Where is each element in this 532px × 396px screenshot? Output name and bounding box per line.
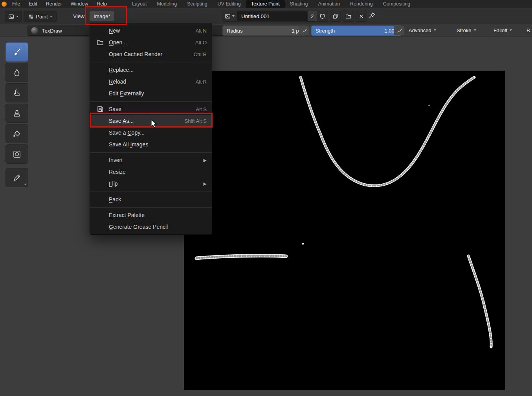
menu-item-flip[interactable]: Flip▶ [90,178,212,190]
fake-user-button[interactable] [317,11,328,22]
tool-draw[interactable] [6,42,28,62]
menu-item-reload[interactable]: ReloadAlt R [90,76,212,88]
strength-label: Strength [316,28,335,34]
menu-view[interactable]: View [69,11,88,21]
tool-settings-header: TexDraw Radius 1 px Strength 1.000 Advan… [0,24,532,36]
workspace-tab-rendering[interactable]: Rendering [345,0,378,8]
menu-item-label: Open Cached Render [109,51,162,57]
chevron-down-icon [232,15,235,17]
unlink-image-button[interactable] [356,11,367,22]
submenu-arrow-icon: ▶ [204,158,207,163]
image-datablock: Untitled.001 2 [222,11,367,21]
radius-label: Radius [227,28,242,34]
tool-smear[interactable] [6,83,28,102]
menu-item-label: Invert [109,157,123,163]
menu-item-extract-palette[interactable]: Extract Palette [90,209,212,221]
strength-slider[interactable]: Strength 1.000 [311,26,402,36]
menu-item-label: Open... [109,39,127,46]
menu-separator [90,60,212,64]
image-canvas[interactable] [184,71,505,390]
falloff-popover[interactable]: Falloff [493,26,512,34]
workspace-tab-modeling[interactable]: Modeling [152,0,182,8]
pressure-icon [301,28,307,34]
image-name-field[interactable]: Untitled.001 [237,11,307,22]
users-count-button[interactable]: 2 [307,11,317,22]
clipped-label: B [526,27,530,33]
advanced-popover[interactable]: Advanced [409,26,436,34]
menu-item-label: Pack [109,196,121,203]
folder-icon [345,13,351,19]
topbar-menu-help[interactable]: Help [92,0,111,8]
pin-button[interactable] [369,12,376,20]
tool-fill[interactable] [6,124,28,143]
image-icon [225,13,231,19]
menu-item-invert[interactable]: Invert▶ [90,154,212,166]
menu-item-label: Edit Externally [109,90,144,97]
menu-item-save-a-copy[interactable]: Save a Copy... [90,127,212,139]
menu-separator [90,99,212,103]
menu-item-shortcut: Ctrl R [187,51,207,57]
menu-image[interactable]: Image* [90,11,114,21]
menu-item-save[interactable]: SaveAlt S [90,103,212,115]
menu-item-edit-externally[interactable]: Edit Externally [90,88,212,99]
workspace-tab-texture-paint[interactable]: Texture Paint [246,0,285,8]
menu-item-shortcut: Alt O [189,40,207,46]
workspace-tab-uv-editing[interactable]: UV Editing [213,0,246,8]
menu-item-new[interactable]: NewAlt N [90,25,212,36]
pen-icon [13,173,21,182]
menu-item-shortcut: Alt N [189,28,207,34]
radius-slider[interactable]: Radius 1 px [222,26,306,36]
menu-item-shortcut: Shift Alt S [178,118,207,124]
menu-item-pack[interactable]: Pack [90,193,212,205]
brush-name: TexDraw [42,28,62,34]
menu-item-open-cached-render[interactable]: Open Cached RenderCtrl R [90,48,212,60]
menu-item-replace[interactable]: Replace... [90,64,212,76]
new-image-button[interactable] [330,11,341,22]
mode-select[interactable]: Paint [24,11,57,22]
stroke-popover[interactable]: Stroke [457,26,476,34]
falloff-label: Falloff [493,27,507,33]
paint-mode-icon [28,14,34,20]
browse-image-button[interactable] [222,11,237,22]
toolbar [6,42,28,187]
strength-pressure-button[interactable] [394,26,405,35]
droplet-icon [13,68,21,77]
workspace-tab-layout[interactable]: Layout [127,0,152,8]
workspace-tab-sculpting[interactable]: Sculpting [182,0,212,8]
workspace-tab-shading[interactable]: Shading [285,0,313,8]
workspace-tab-compositing[interactable]: Compositing [378,0,415,8]
menu-item-shortcut: Alt S [190,106,207,112]
menu-item-save-all-images[interactable]: Save All Images [90,139,212,150]
tool-annotate[interactable] [6,168,28,187]
topbar-menu-render[interactable]: Render [42,0,66,8]
stamp-icon [13,109,21,118]
radius-pressure-button[interactable] [299,26,310,35]
tool-mask[interactable] [6,144,28,164]
chevron-down-icon [434,29,436,31]
shield-icon [319,13,325,19]
open-image-button[interactable] [343,11,354,22]
menu-item-resize[interactable]: Resize [90,166,212,178]
image-menu-items: NewAlt NOpen...Alt OOpen Cached RenderCt… [90,25,212,233]
editor-type-button[interactable] [5,11,22,22]
pin-icon [369,12,376,19]
pressure-icon [396,28,402,34]
finger-icon [13,89,21,97]
image-menu-panel: NewAlt NOpen...Alt OOpen Cached RenderCt… [90,23,212,235]
blender-logo-icon[interactable] [0,0,8,8]
menu-separator [90,190,212,193]
clipped-popover[interactable]: B [526,26,530,34]
menu-item-label: Generate Grease Pencil [109,224,168,230]
workspace-tab-animation[interactable]: Animation [313,0,345,8]
topbar-menu-file[interactable]: File [8,0,24,8]
tool-soften[interactable] [6,63,28,82]
close-icon [358,13,364,19]
bucket-icon [13,130,21,138]
topbar-menu-edit[interactable]: Edit [24,0,42,8]
menu-item-label: Save As... [109,118,134,124]
topbar-menu-window[interactable]: Window [66,0,92,8]
menu-item-save-as[interactable]: Save As...Shift Alt S [90,115,212,127]
menu-item-open[interactable]: Open...Alt O [90,36,212,48]
tool-clone[interactable] [6,104,28,123]
menu-item-generate-grease-pencil[interactable]: Generate Grease Pencil [90,221,212,233]
